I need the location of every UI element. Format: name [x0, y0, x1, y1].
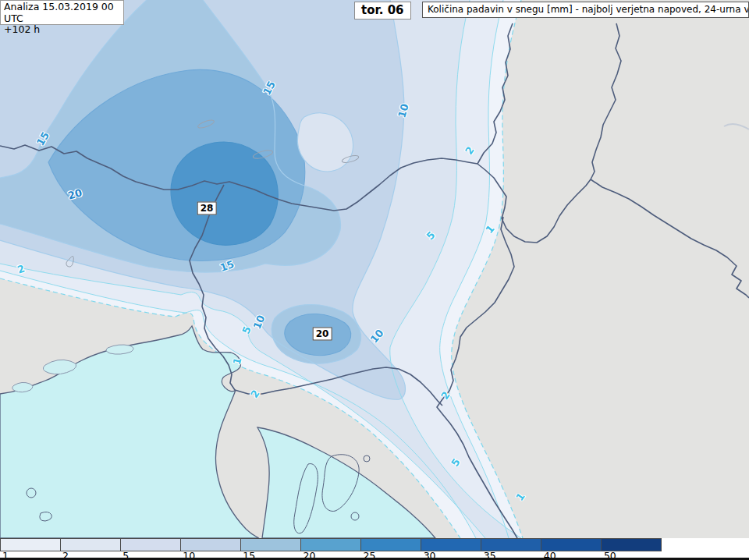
legend-cell — [1, 539, 61, 551]
analysis-line2: +102 h — [4, 24, 120, 36]
precipitation-map — [0, 0, 749, 538]
legend-cell — [241, 539, 301, 551]
legend-cell — [421, 539, 481, 551]
analysis-time-box: Analiza 15.03.2019 00 UTC +102 h — [0, 0, 124, 25]
legend-cell — [301, 539, 361, 551]
legend-cell — [481, 539, 541, 551]
legend-cell — [121, 539, 181, 551]
legend-cell — [541, 539, 602, 551]
legend: 1251015202530354050 ARSO VREME — [0, 538, 749, 560]
weather-map-page: 1510152201515210510122512820 Analiza 15.… — [0, 0, 749, 560]
valid-day-box: tor. 06 — [354, 2, 411, 19]
legend-cell — [602, 539, 661, 551]
map-title: Količina padavin v snegu [mm] - najbolj … — [428, 4, 749, 15]
legend-bar — [0, 538, 662, 551]
legend-cell — [181, 539, 241, 551]
band-ge-25mm — [171, 142, 278, 245]
legend-cell — [61, 539, 121, 551]
legend-cell — [361, 539, 421, 551]
valid-day-label: tor. 06 — [361, 3, 404, 17]
map-title-box: Količina padavin v snegu [mm] - najbolj … — [422, 2, 749, 18]
analysis-line1: Analiza 15.03.2019 00 UTC — [4, 2, 120, 24]
